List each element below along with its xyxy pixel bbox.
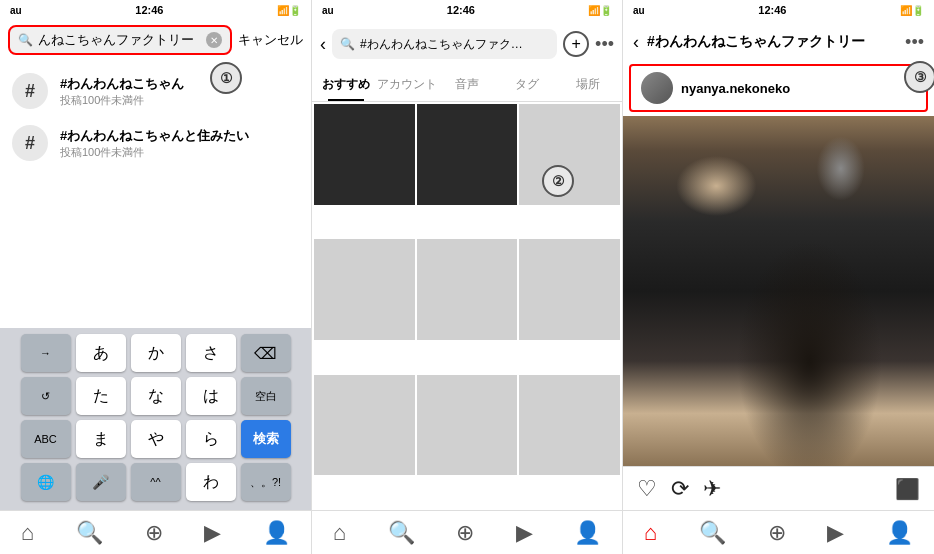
carrier-1: au [10,5,22,16]
action-bar: ♡ ⟳ ✈ ⬛ [623,466,934,510]
nav-bar-2: ⌂ 🔍 ⊕ ▶ 👤 [312,510,622,554]
search-icon-2: 🔍 [340,37,355,51]
kb-na-key[interactable]: な [131,377,181,415]
nav-bar-3: ⌂ 🔍 ⊕ ▶ 👤 [623,510,934,554]
kb-ka-key[interactable]: か [131,334,181,372]
nav-reel-3[interactable]: ▶ [827,520,844,546]
result-text-1: #わんわんねこちゃん 投稿100件未満件 [60,75,184,108]
panel-post-view: au 12:46 📶🔋 ‹ #わんわんねこちゃんファクトリー ••• nyany… [623,0,934,554]
grid-cell-5[interactable] [417,239,518,340]
avatar [641,72,673,104]
kb-a-key[interactable]: あ [76,334,126,372]
nav-profile-1[interactable]: 👤 [263,520,290,546]
back-button-2[interactable]: ‹ [320,34,326,55]
kb-caret-key[interactable]: ^^ [131,463,181,501]
search-bar-row: 🔍 んねこちゃんファクトリー ✕ キャンセル ① [0,20,311,60]
tab-recommended[interactable]: おすすめ [316,68,376,101]
kb-punct-key[interactable]: 、。?! [241,463,291,501]
annotation-2: ② [542,165,574,197]
status-bar-1: au 12:46 📶🔋 [0,0,311,20]
kb-ya-key[interactable]: や [131,420,181,458]
share-button[interactable]: ✈ [703,476,721,502]
carrier-2: au [322,5,334,16]
grid-cell-1[interactable] [314,104,415,205]
result-item-1[interactable]: # #わんわんねこちゃん 投稿100件未満件 [0,65,311,117]
panel-search-keyboard: au 12:46 📶🔋 🔍 んねこちゃんファクトリー ✕ キャンセル ① # #… [0,0,312,554]
action-icons-left: ♡ ⟳ ✈ [637,476,721,502]
post-photo[interactable] [623,116,934,466]
result-sub-2: 投稿100件未満件 [60,145,249,160]
kb-ma-key[interactable]: ま [76,420,126,458]
panel-search-results: au 12:46 📶🔋 ‹ 🔍 #わんわんねこちゃんファク… + ••• おすす… [312,0,623,554]
more-button-2[interactable]: ••• [595,34,614,55]
tab-audio[interactable]: 音声 [437,68,497,101]
kb-search-key[interactable]: 検索 [241,420,291,458]
panel3-header: ‹ #わんわんねこちゃんファクトリー ••• [623,20,934,64]
nav-post-3[interactable]: ⊕ [768,520,786,546]
add-button[interactable]: + [563,31,589,57]
kb-ta-key[interactable]: た [76,377,126,415]
nav-home-1[interactable]: ⌂ [21,520,34,546]
grid-cell-7[interactable] [314,375,415,476]
kb-row-2: ↺ た な は 空白 [4,377,307,415]
nav-search-1[interactable]: 🔍 [76,520,103,546]
carrier-3: au [633,5,645,16]
nav-profile-2[interactable]: 👤 [574,520,601,546]
photo-grid [312,102,622,510]
more-button-3[interactable]: ••• [905,32,924,53]
search-icon-1: 🔍 [18,33,33,47]
result-title-1: #わんわんねこちゃん [60,75,184,93]
grid-cell-9[interactable] [519,375,620,476]
hash-icon-2: # [12,125,48,161]
kb-globe-key[interactable]: 🌐 [21,463,71,501]
kb-space-key[interactable]: 空白 [241,377,291,415]
kb-wa-key[interactable]: わ [186,463,236,501]
tab-tags[interactable]: タグ [497,68,557,101]
nav-search-3[interactable]: 🔍 [699,520,726,546]
kb-abc-key[interactable]: ABC [21,420,71,458]
dog-photo-overlay [623,116,934,466]
status-bar-2: au 12:46 📶🔋 [312,0,622,20]
like-button[interactable]: ♡ [637,476,657,502]
search-box-1[interactable]: 🔍 んねこちゃんファクトリー ✕ [8,25,232,55]
battery-1: 📶🔋 [277,5,301,16]
status-bar-3: au 12:46 📶🔋 [623,0,934,20]
nav-post-1[interactable]: ⊕ [145,520,163,546]
grid-cell-2[interactable] [417,104,518,205]
bookmark-button[interactable]: ⬛ [895,477,920,501]
result-text-2: #わんわんねこちゃんと住みたい 投稿100件未満件 [60,127,249,160]
result-sub-1: 投稿100件未満件 [60,93,184,108]
grid-cell-8[interactable] [417,375,518,476]
result-title-2: #わんわんねこちゃんと住みたい [60,127,249,145]
grid-cell-6[interactable] [519,239,620,340]
panel2-header: ‹ 🔍 #わんわんねこちゃんファク… + ••• [312,20,622,68]
kb-arrow-key[interactable]: → [21,334,71,372]
kb-delete-key[interactable]: ⌫ [241,334,291,372]
grid-cell-4[interactable] [314,239,415,340]
back-button-3[interactable]: ‹ [633,32,639,53]
nav-search-2[interactable]: 🔍 [388,520,415,546]
tab-accounts[interactable]: アカウント [376,68,436,101]
kb-ra-key[interactable]: ら [186,420,236,458]
battery-2: 📶🔋 [588,5,612,16]
kb-ha-key[interactable]: は [186,377,236,415]
tab-places[interactable]: 場所 [558,68,618,101]
kb-sa-key[interactable]: さ [186,334,236,372]
profile-row[interactable]: nyanya.nekoneko ③ [629,64,928,112]
nav-reel-1[interactable]: ▶ [204,520,221,546]
comment-button[interactable]: ⟳ [671,476,689,502]
keyboard: → あ か さ ⌫ ↺ た な は 空白 ABC ま や ら 検索 🌐 🎤 ^^… [0,328,311,510]
search-text-1: んねこちゃんファクトリー [38,31,201,49]
nav-reel-2[interactable]: ▶ [516,520,533,546]
search-box-2[interactable]: 🔍 #わんわんねこちゃんファク… [332,29,557,59]
cancel-button[interactable]: キャンセル [238,31,303,49]
nav-home-2[interactable]: ⌂ [333,520,346,546]
clear-button[interactable]: ✕ [206,32,222,48]
kb-mic-key[interactable]: 🎤 [76,463,126,501]
result-item-2[interactable]: # #わんわんねこちゃんと住みたい 投稿100件未満件 [0,117,311,169]
nav-profile-3[interactable]: 👤 [886,520,913,546]
nav-post-2[interactable]: ⊕ [456,520,474,546]
search-results: # #わんわんねこちゃん 投稿100件未満件 # #わんわんねこちゃんと住みたい… [0,60,311,328]
kb-undo-key[interactable]: ↺ [21,377,71,415]
nav-home-3[interactable]: ⌂ [644,520,657,546]
